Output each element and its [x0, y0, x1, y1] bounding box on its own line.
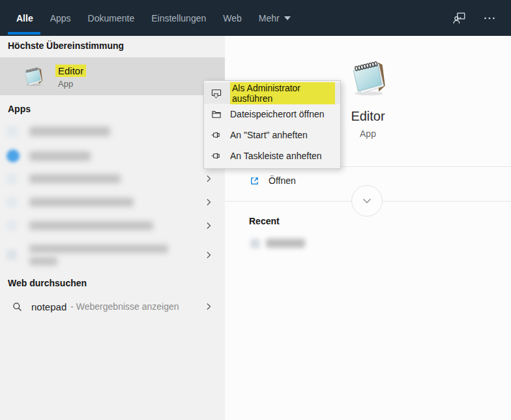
file-location-icon — [211, 108, 222, 120]
pin-icon — [211, 150, 222, 162]
open-label: Öffnen — [269, 175, 296, 186]
pin-icon — [211, 129, 222, 141]
best-match-subtitle: App — [55, 79, 86, 89]
chevron-right-icon — [204, 221, 213, 230]
tab-einstellungen[interactable]: Einstellungen — [151, 0, 206, 36]
menu-item-label: An "Start" anheften — [230, 130, 308, 140]
menu-item-label: Dateispeicherort öffnen — [230, 109, 325, 119]
context-menu: Als Administrator ausführen Dateispeiche… — [203, 80, 341, 169]
menu-item-run-as-admin[interactable]: Als Administrator ausführen — [204, 83, 340, 104]
chevron-right-icon — [204, 302, 213, 311]
open-external-icon — [249, 175, 260, 187]
blurred-app-label — [29, 174, 121, 183]
topbar-actions — [452, 11, 497, 25]
blurred-app-icon — [7, 125, 18, 137]
blurred-app-icon — [7, 173, 17, 184]
best-match-text: Editor App — [55, 65, 86, 89]
tab-mehr[interactable]: Mehr — [259, 0, 291, 36]
web-query-text: notepad — [31, 301, 66, 312]
ellipsis-icon[interactable] — [482, 11, 497, 25]
blurred-app-label — [29, 245, 168, 265]
run-as-admin-icon — [211, 87, 222, 99]
notepad-icon-large — [347, 56, 390, 99]
chevron-down-icon — [360, 194, 374, 208]
recent-item-blurred[interactable] — [225, 233, 511, 253]
chevron-right-icon — [204, 250, 213, 260]
search-icon — [12, 301, 23, 312]
blurred-app-icon — [7, 149, 20, 162]
app-result-blurred[interactable] — [0, 144, 225, 168]
filter-tabs: Alle Apps Dokumente Einstellungen Web Me… — [16, 0, 291, 36]
best-match-title: Editor — [55, 65, 86, 77]
search-filter-bar: Alle Apps Dokumente Einstellungen Web Me… — [0, 0, 511, 36]
notepad-icon — [22, 65, 45, 88]
menu-item-open-file-location[interactable]: Dateispeicherort öffnen — [204, 104, 340, 125]
menu-item-pin-to-start[interactable]: An "Start" anheften — [204, 125, 340, 145]
blurred-line — [29, 245, 168, 253]
blurred-line — [29, 257, 57, 265]
tab-label: Einstellungen — [151, 13, 206, 23]
blurred-recent-label — [266, 239, 305, 248]
tab-web[interactable]: Web — [223, 0, 242, 36]
menu-item-pin-to-taskbar[interactable]: An Taskleiste anheften — [204, 145, 340, 166]
app-result-blurred[interactable] — [0, 167, 225, 190]
feedback-icon[interactable] — [452, 11, 467, 25]
recent-header: Recent — [249, 216, 280, 226]
blurred-app-icon — [7, 197, 17, 207]
apps-section-header: Apps — [8, 104, 31, 114]
tab-alle[interactable]: Alle — [16, 0, 33, 36]
blurred-app-label — [29, 151, 91, 161]
tab-apps[interactable]: Apps — [50, 0, 71, 36]
menu-item-label: An Taskleiste anheften — [230, 151, 322, 161]
tab-label: Web — [223, 13, 242, 23]
app-result-blurred[interactable] — [0, 190, 225, 214]
expand-actions-button[interactable] — [351, 185, 383, 217]
menu-item-label: Als Administrator ausführen — [230, 82, 335, 104]
chevron-right-icon — [204, 174, 213, 183]
blurred-app-icon — [7, 220, 17, 231]
app-result-blurred[interactable] — [0, 214, 225, 237]
app-result-blurred[interactable] — [0, 119, 225, 143]
tab-label: Apps — [50, 13, 71, 23]
tab-label: Alle — [16, 13, 33, 23]
blurred-app-label — [29, 127, 110, 136]
app-result-blurred[interactable] — [0, 239, 225, 271]
blurred-recent-icon — [250, 239, 260, 248]
web-search-result[interactable]: notepad - Webergebnisse anzeigen — [0, 294, 225, 319]
tab-label: Dokumente — [88, 13, 135, 23]
best-match-header: Höchste Übereinstimmung — [8, 40, 124, 51]
chevron-right-icon — [204, 198, 213, 207]
search-flyout-window: Alle Apps Dokumente Einstellungen Web Me… — [0, 0, 511, 420]
caret-down-icon — [284, 16, 291, 20]
web-section-header: Web durchsuchen — [8, 278, 87, 288]
blurred-app-icon — [7, 250, 17, 260]
web-suffix-text: - Webergebnisse anzeigen — [70, 301, 179, 312]
best-match-result-editor[interactable]: Editor App — [0, 57, 225, 95]
results-panel: Höchste Übereinstimmung Editor App Apps — [0, 36, 225, 420]
blurred-app-label — [29, 198, 134, 207]
tab-label: Mehr — [259, 13, 280, 23]
blurred-app-label — [29, 221, 153, 230]
tab-dokumente[interactable]: Dokumente — [88, 0, 135, 36]
